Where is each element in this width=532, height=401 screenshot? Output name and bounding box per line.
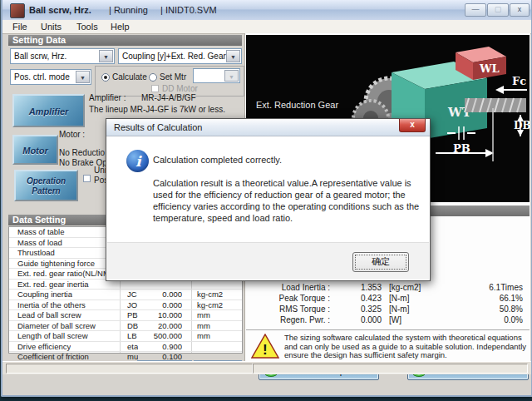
motor-info-line1: No Reductio bbox=[59, 148, 105, 157]
table-row[interactable]: Diameter of ball screwDB20.000mm bbox=[9, 321, 242, 332]
svg-text:Fc: Fc bbox=[512, 75, 526, 87]
table-row[interactable]: Lead of ball screwPB10.000mm bbox=[9, 310, 242, 321]
motor-label: Motor : bbox=[59, 130, 85, 139]
close-icon[interactable]: x bbox=[510, 3, 530, 17]
chevron-down-icon: ▼ bbox=[224, 70, 239, 82]
dialog-paragraph: Calculation result is a theoretical valu… bbox=[153, 177, 421, 224]
result-row: Peak Torque :0.423[N-m]66.1% bbox=[246, 294, 528, 304]
motor-button[interactable]: Motor bbox=[12, 135, 58, 165]
dd-motor-label: DD Motor bbox=[162, 84, 198, 93]
dialog-title-bar[interactable]: Results of Calculation x bbox=[106, 119, 430, 136]
divider bbox=[246, 329, 530, 330]
dialog-close-icon[interactable]: x bbox=[399, 119, 426, 132]
coupling-dropdown-value: Coupling [y]+Ext. Red. Gear [y] bbox=[122, 52, 237, 61]
motor-model-dropdown: ▼ bbox=[193, 68, 240, 83]
ok-button[interactable]: 确定 bbox=[352, 252, 409, 272]
result-row: Regen. Pwr. :0.000[W]0.0% bbox=[246, 315, 528, 326]
setting-data-header: Setting Data bbox=[8, 35, 242, 46]
mechanism-dropdown-value: Ball scrw, Hrz. bbox=[14, 52, 66, 61]
window-status: | Running bbox=[109, 5, 148, 15]
coupling-dropdown[interactable]: Coupling [y]+Ext. Red. Gear [y] ▼ bbox=[118, 48, 242, 64]
status-bar bbox=[2, 361, 531, 374]
app-icon bbox=[10, 3, 25, 18]
chevron-down-icon[interactable]: ▼ bbox=[76, 71, 90, 83]
window-file: | INIDT0.SVM bbox=[160, 5, 217, 15]
table-row[interactable]: Drive efficiencyeta0.900 bbox=[9, 342, 242, 353]
menu-units[interactable]: Units bbox=[41, 22, 62, 32]
svg-text:!: ! bbox=[263, 342, 268, 358]
control-mode-dropdown[interactable]: Pos. ctrl. mode ▼ bbox=[10, 69, 91, 85]
amplifier-note: The lineup MR-J4-GF is 7kW or less. bbox=[89, 105, 225, 114]
amplifier-label: Amplifier : bbox=[89, 93, 126, 102]
result-row: Load Inertia :1.353[kg-cm2]6.1Times bbox=[246, 283, 528, 294]
maximize-icon[interactable]: ▢ bbox=[487, 3, 509, 17]
menu-file[interactable]: File bbox=[12, 22, 27, 32]
menu-tools[interactable]: Tools bbox=[76, 22, 98, 32]
minimize-icon[interactable]: — bbox=[465, 3, 486, 17]
calculate-radio-label: Calculate bbox=[112, 72, 147, 82]
table-row[interactable]: Inertia of the othersJO0.000kg-cm2 bbox=[9, 300, 242, 311]
svg-text:WL: WL bbox=[479, 62, 500, 75]
warning-text: The sizing software calculated the syste… bbox=[284, 334, 528, 360]
mechanism-dropdown[interactable]: Ball scrw, Hrz. ▼ bbox=[10, 48, 115, 64]
motor-select-groupbox: Calculate Set Mtr ▼ DD Motor bbox=[95, 66, 244, 97]
set-mtr-radio-label: Set Mtr bbox=[160, 72, 186, 82]
uniform-checkbox[interactable] bbox=[83, 175, 91, 182]
set-mtr-radio[interactable] bbox=[149, 73, 157, 82]
results-dialog: Results of Calculation x i Calculation c… bbox=[106, 118, 431, 281]
amplifier-value: MR-J4-A/B/GF bbox=[141, 93, 196, 102]
chevron-down-icon[interactable]: ▼ bbox=[226, 50, 240, 62]
table-row[interactable]: Length of ball screwLB500.000mm bbox=[9, 331, 242, 342]
status-segment bbox=[253, 364, 528, 374]
calculate-radio[interactable] bbox=[101, 73, 110, 82]
dd-motor-checkbox bbox=[151, 85, 159, 92]
svg-text:DB: DB bbox=[514, 120, 530, 131]
table-row[interactable]: Coupling inertiaJC0.000kg-cm2 bbox=[9, 290, 242, 300]
result-row: RMS Torque :0.325[N-m]50.8% bbox=[246, 304, 528, 315]
amplifier-button[interactable]: Amplifier bbox=[12, 94, 85, 127]
svg-text:Ext. Reduction Gear: Ext. Reduction Gear bbox=[256, 100, 338, 110]
title-bar[interactable]: Ball scrw, Hrz. | Running | INIDT0.SVM —… bbox=[2, 0, 531, 21]
chevron-down-icon[interactable]: ▼ bbox=[99, 50, 113, 62]
info-icon: i bbox=[126, 150, 149, 172]
operation-pattern-button[interactable]: Operation Pattern bbox=[14, 170, 78, 201]
warning-icon: ! bbox=[251, 334, 279, 359]
menu-bar: File Units Tools Help bbox=[2, 20, 531, 34]
menu-help[interactable]: Help bbox=[111, 22, 130, 32]
dialog-title: Results of Calculation bbox=[114, 122, 202, 132]
status-segment bbox=[6, 364, 253, 374]
dialog-line1: Calculation completed correctly. bbox=[153, 154, 282, 166]
control-mode-value: Pos. ctrl. mode bbox=[14, 72, 70, 82]
window-title: Ball scrw, Hrz. bbox=[29, 5, 91, 15]
dialog-footer: 确定 bbox=[107, 242, 429, 280]
